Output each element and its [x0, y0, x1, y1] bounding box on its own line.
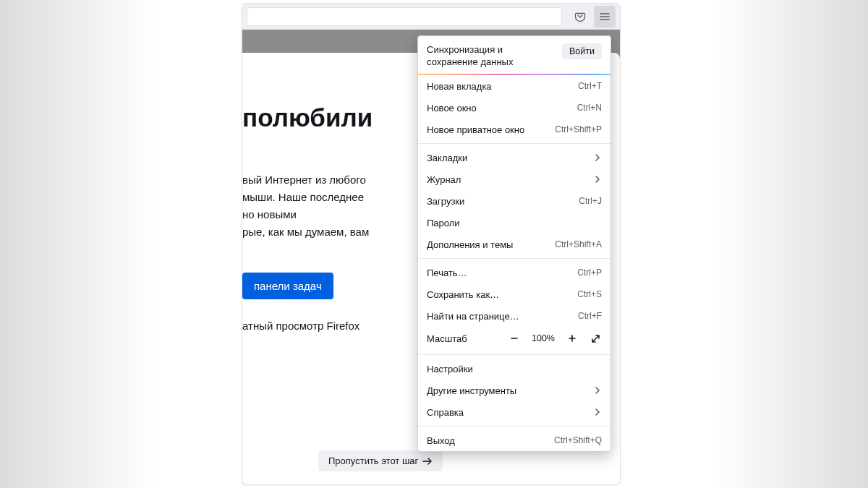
pin-taskbar-button[interactable]: панели задач [242, 273, 333, 299]
menu-item-label: Новое окно [427, 103, 477, 114]
signin-button[interactable]: Войти [562, 43, 602, 59]
browser-toolbar [242, 4, 620, 30]
menu-zoom-row: Масштаб 100% [418, 327, 610, 351]
menu-item-label: Выход [427, 435, 455, 446]
menu-item[interactable]: Сохранить как…Ctrl+S [418, 283, 610, 305]
plus-icon [568, 334, 576, 343]
menu-item-shortcut: Ctrl+J [579, 196, 602, 206]
zoom-controls: 100% [506, 330, 603, 346]
url-bar[interactable] [247, 7, 562, 26]
menu-group-library: ЗакладкиЖурналЗагрузкиCtrl+JПаролиДополн… [418, 147, 610, 255]
fullscreen-button[interactable] [587, 330, 603, 346]
menu-item-label: Справка [427, 407, 464, 418]
menu-group-exit: ВыходCtrl+Shift+Q [418, 429, 610, 451]
menu-item-shortcut: Ctrl+P [577, 267, 602, 278]
menu-group-tools: НастройкиДругие инструментыСправка [418, 358, 610, 423]
menu-item[interactable]: Дополнения и темыCtrl+Shift+A [418, 234, 610, 255]
menu-item-shortcut: Ctrl+N [577, 103, 602, 113]
menu-separator [418, 426, 610, 427]
menu-item-label: Другие инструменты [427, 385, 516, 396]
skip-label: Пропустить этот шаг [328, 455, 418, 466]
chevron-right-icon [593, 408, 602, 416]
zoom-label: Масштаб [427, 333, 501, 344]
menu-item[interactable]: Найти на странице…Ctrl+F [418, 305, 610, 327]
zoom-out-button[interactable] [506, 330, 522, 346]
menu-item[interactable]: Другие инструменты [418, 380, 610, 401]
menu-group-page: Печать…Ctrl+PСохранить как…Ctrl+SНайти н… [418, 262, 610, 327]
menu-item-shortcut: Ctrl+Shift+A [555, 239, 602, 249]
menu-item[interactable]: Новое приватное окноCtrl+Shift+P [418, 119, 610, 140]
menu-item[interactable]: Настройки [418, 358, 610, 380]
app-menu-button[interactable] [594, 6, 616, 27]
menu-item[interactable]: Закладки [418, 147, 610, 168]
hamburger-icon [599, 11, 610, 22]
chevron-right-icon [593, 386, 602, 395]
menu-item-shortcut: Ctrl+S [577, 289, 602, 299]
fullscreen-icon [591, 334, 600, 343]
chevron-right-icon [593, 153, 602, 162]
zoom-in-button[interactable] [564, 330, 580, 346]
menu-item-label: Журнал [427, 174, 461, 185]
chevron-right-icon [593, 175, 602, 184]
pocket-button[interactable] [569, 6, 591, 27]
menu-item-label: Закладки [427, 153, 467, 163]
menu-item[interactable]: Новое окноCtrl+N [418, 97, 610, 119]
menu-item[interactable]: Справка [418, 401, 610, 423]
arrow-right-icon [422, 457, 433, 466]
pocket-icon [574, 11, 586, 22]
zoom-value: 100% [529, 333, 557, 343]
menu-item-label: Найти на странице… [427, 311, 519, 322]
menu-item-label: Новое приватное окно [427, 124, 524, 135]
menu-item-label: Настройки [427, 364, 473, 374]
menu-item[interactable]: Пароли [418, 212, 610, 234]
menu-item-label: Новая вкладка [427, 81, 492, 92]
menu-item[interactable]: ВыходCtrl+Shift+Q [418, 429, 610, 451]
sync-divider [418, 74, 610, 75]
menu-item-label: Загрузки [427, 196, 464, 207]
menu-item-shortcut: Ctrl+F [578, 311, 602, 321]
menu-item-shortcut: Ctrl+T [578, 81, 602, 91]
signin-label: Войти [569, 46, 595, 56]
menu-group-tabs: Новая вкладкаCtrl+TНовое окноCtrl+NНовое… [418, 75, 610, 140]
menu-item-label: Сохранить как… [427, 289, 499, 300]
menu-separator [418, 258, 610, 259]
menu-item-shortcut: Ctrl+Shift+P [555, 124, 602, 134]
skip-step-button[interactable]: Пропустить этот шаг [318, 450, 443, 471]
menu-separator [418, 143, 610, 144]
menu-item[interactable]: Журнал [418, 168, 610, 190]
menu-item[interactable]: Печать…Ctrl+P [418, 262, 610, 283]
app-menu-panel: Синхронизация и сохранение данных Войти … [417, 35, 611, 452]
menu-item-shortcut: Ctrl+Shift+Q [554, 435, 602, 445]
cta-label: панели задач [254, 280, 322, 292]
sync-row: Синхронизация и сохранение данных Войти [418, 36, 610, 74]
menu-item-label: Дополнения и темы [427, 239, 513, 250]
sync-label: Синхронизация и сохранение данных [427, 43, 550, 68]
menu-item-label: Пароли [427, 218, 460, 228]
menu-item-label: Печать… [427, 267, 467, 278]
menu-separator [418, 354, 610, 355]
minus-icon [510, 334, 519, 343]
menu-item[interactable]: Новая вкладкаCtrl+T [418, 75, 610, 97]
menu-item[interactable]: ЗагрузкиCtrl+J [418, 190, 610, 212]
browser-window: полюбили вый Интернет из любого мыши. На… [242, 3, 621, 485]
